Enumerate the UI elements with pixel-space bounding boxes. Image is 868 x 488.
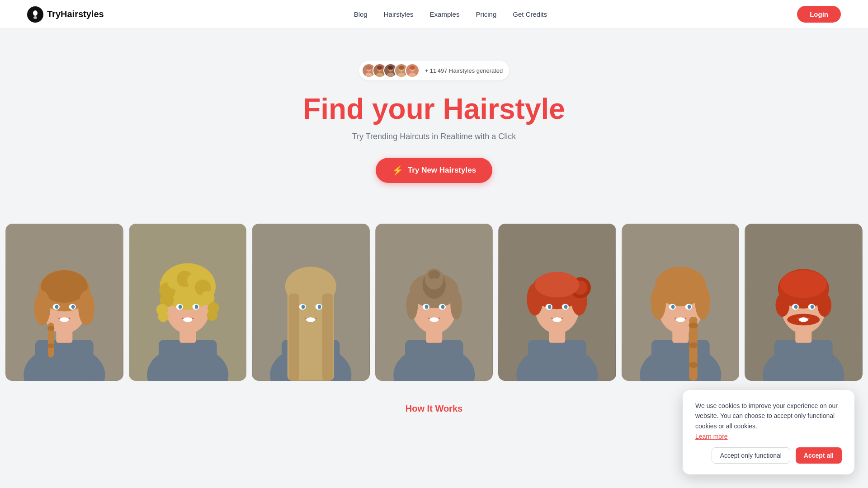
svg-point-0 — [33, 10, 38, 16]
svg-point-137 — [799, 318, 808, 322]
svg-point-101 — [548, 305, 552, 309]
svg-rect-90 — [528, 340, 586, 381]
nav-get-credits[interactable]: Get Credits — [513, 10, 547, 18]
lightning-icon: ⚡ — [392, 165, 403, 176]
navbar: TryHairstyles Blog Hairstyles Examples P… — [0, 0, 868, 29]
svg-point-29 — [47, 343, 54, 348]
hairstyle-card-4[interactable] — [375, 224, 493, 380]
svg-point-122 — [676, 318, 685, 322]
svg-rect-65 — [322, 294, 333, 381]
svg-point-28 — [47, 335, 54, 339]
hero-title: Find your Hairstyle — [9, 93, 859, 125]
svg-point-86 — [441, 305, 444, 309]
svg-point-25 — [78, 291, 94, 325]
svg-point-135 — [794, 305, 798, 309]
svg-point-34 — [60, 318, 69, 322]
image-strip — [3, 224, 865, 380]
svg-point-131 — [818, 294, 832, 317]
svg-point-7 — [377, 66, 382, 70]
svg-point-110 — [651, 285, 666, 320]
svg-point-16 — [410, 66, 415, 70]
nav-examples[interactable]: Examples — [430, 10, 460, 18]
avatars-group — [362, 63, 420, 78]
svg-point-6 — [376, 72, 383, 78]
svg-point-111 — [695, 285, 710, 320]
nav-blog[interactable]: Blog — [354, 10, 368, 18]
svg-point-4 — [366, 66, 372, 70]
svg-rect-125 — [774, 340, 833, 381]
nav-links: Blog Hairstyles Examples Pricing Get Cre… — [354, 10, 547, 19]
svg-point-54 — [178, 305, 182, 309]
svg-point-69 — [318, 305, 321, 309]
logo[interactable]: TryHairstyles — [27, 6, 104, 23]
cta-label: Try New Hairstyles — [408, 166, 476, 175]
svg-point-3 — [365, 72, 373, 78]
svg-point-87 — [429, 318, 439, 322]
hero-section: + 11'497 Hairstyles generated Find your … — [0, 29, 868, 206]
user-avatars-badge: + 11'497 Hairstyles generated — [359, 61, 509, 80]
hairstyle-card-6[interactable] — [622, 224, 740, 380]
svg-point-10 — [388, 66, 393, 70]
svg-point-12 — [398, 72, 405, 78]
avatar-5 — [405, 63, 420, 78]
svg-rect-37 — [159, 340, 217, 381]
svg-point-113 — [689, 323, 698, 328]
svg-point-114 — [689, 333, 698, 338]
svg-point-56 — [183, 318, 193, 322]
svg-point-79 — [428, 270, 440, 280]
svg-point-117 — [689, 362, 698, 368]
svg-point-103 — [552, 318, 562, 322]
svg-point-55 — [194, 305, 198, 309]
svg-point-32 — [55, 305, 59, 309]
svg-point-115 — [689, 343, 698, 348]
svg-point-98 — [535, 272, 580, 298]
nav-hairstyles[interactable]: Hairstyles — [384, 10, 414, 18]
svg-point-68 — [302, 305, 305, 309]
svg-rect-73 — [405, 340, 463, 381]
svg-point-120 — [671, 305, 675, 309]
svg-point-130 — [776, 294, 790, 317]
svg-rect-106 — [651, 340, 710, 381]
hairstyle-card-1[interactable] — [5, 224, 123, 380]
hairstyle-card-3[interactable] — [252, 224, 370, 380]
svg-point-121 — [688, 305, 691, 309]
cookie-banner: We use cookies to improve your experienc… — [683, 390, 854, 423]
svg-rect-64 — [289, 294, 299, 381]
stats-text: + 11'497 Hairstyles generated — [425, 67, 503, 74]
svg-point-24 — [34, 291, 50, 325]
svg-point-129 — [780, 270, 827, 298]
svg-point-116 — [689, 352, 698, 358]
svg-point-102 — [564, 305, 568, 309]
svg-point-50 — [158, 312, 168, 322]
svg-point-82 — [450, 291, 462, 319]
logo-text: TryHairstyles — [47, 9, 104, 19]
hairstyle-card-2[interactable] — [129, 224, 247, 380]
image-strip-wrapper — [0, 206, 868, 380]
svg-point-80 — [428, 278, 440, 288]
svg-point-27 — [47, 326, 54, 331]
login-button[interactable]: Login — [797, 6, 841, 23]
svg-rect-19 — [35, 340, 94, 381]
nav-pricing[interactable]: Pricing — [476, 10, 496, 18]
svg-point-136 — [811, 305, 814, 309]
svg-point-13 — [399, 66, 404, 70]
hairstyle-card-7[interactable] — [745, 224, 863, 380]
svg-point-9 — [387, 72, 394, 78]
hairstyle-card-5[interactable] — [498, 224, 616, 380]
cta-button[interactable]: ⚡ Try New Hairstyles — [376, 158, 492, 183]
logo-icon — [27, 6, 43, 23]
hero-subtitle: Try Trending Haircuts in Realtime with a… — [9, 132, 859, 141]
svg-point-51 — [207, 310, 217, 321]
svg-point-85 — [425, 305, 428, 309]
svg-point-81 — [406, 291, 418, 319]
svg-point-1 — [33, 16, 37, 19]
svg-point-33 — [71, 305, 75, 309]
cookie-message: We use cookies to improve your experienc… — [695, 401, 842, 423]
svg-point-70 — [306, 318, 316, 322]
svg-point-15 — [409, 72, 416, 78]
